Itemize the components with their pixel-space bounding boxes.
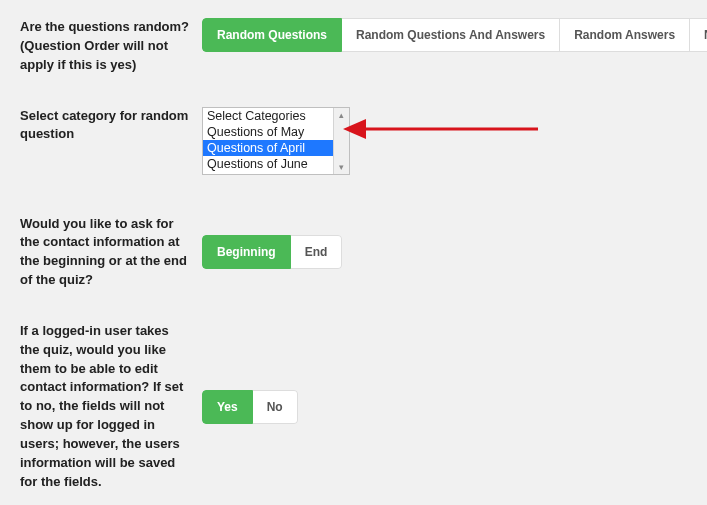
opt-random-questions[interactable]: Random Questions — [202, 18, 342, 52]
edit-contact-group: Yes No — [202, 390, 298, 424]
quiz-settings-form: Are the questions random? (Question Orde… — [0, 0, 707, 505]
row-contact-position: Would you like to ask for the contact in… — [20, 215, 687, 290]
opt-random-no[interactable]: No — [690, 18, 707, 52]
random-questions-group: Random Questions Random Questions And An… — [202, 18, 707, 52]
label-edit-contact-info: If a logged-in user takes the quiz, woul… — [20, 322, 202, 492]
opt-questions-may[interactable]: Questions of May — [203, 124, 334, 140]
scroll-down-icon[interactable]: ▾ — [334, 160, 349, 174]
opt-end[interactable]: End — [291, 235, 343, 269]
row-select-category: Select category for random question Sele… — [20, 107, 687, 175]
row-edit-contact-info: If a logged-in user takes the quiz, woul… — [20, 322, 687, 492]
opt-edit-yes[interactable]: Yes — [202, 390, 253, 424]
opt-questions-april[interactable]: Questions of April — [203, 140, 334, 156]
opt-edit-no[interactable]: No — [253, 390, 298, 424]
opt-beginning[interactable]: Beginning — [202, 235, 291, 269]
multiselect-scrollbar[interactable]: ▴ ▾ — [333, 108, 349, 174]
opt-select-categories[interactable]: Select Categories — [203, 108, 334, 124]
label-contact-position: Would you like to ask for the contact in… — [20, 215, 202, 290]
row-random-questions: Are the questions random? (Question Orde… — [20, 18, 687, 75]
opt-random-qa[interactable]: Random Questions And Answers — [342, 18, 560, 52]
category-options: Select Categories Questions of May Quest… — [203, 108, 334, 174]
opt-random-answers[interactable]: Random Answers — [560, 18, 690, 52]
category-multiselect[interactable]: Select Categories Questions of May Quest… — [202, 107, 350, 175]
label-random-questions: Are the questions random? (Question Orde… — [20, 18, 202, 75]
scroll-up-icon[interactable]: ▴ — [334, 108, 349, 122]
contact-position-group: Beginning End — [202, 235, 342, 269]
opt-questions-june[interactable]: Questions of June — [203, 156, 334, 172]
label-select-category: Select category for random question — [20, 107, 202, 145]
